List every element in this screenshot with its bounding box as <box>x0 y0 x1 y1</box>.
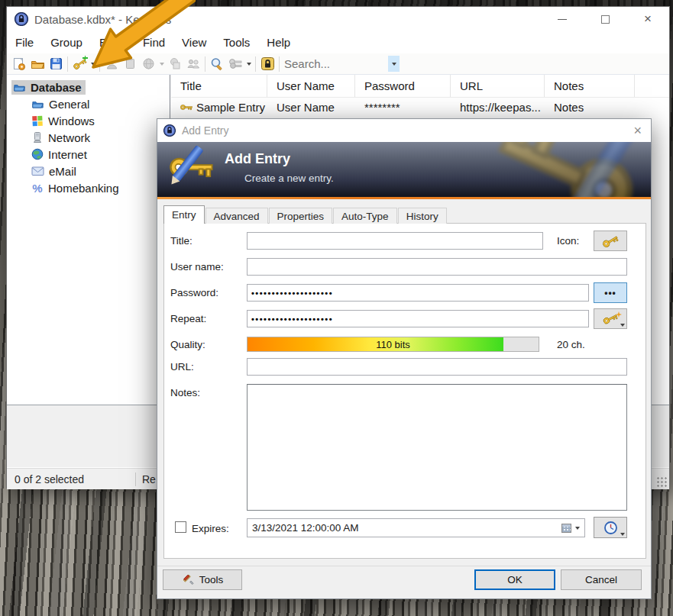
column-header-username[interactable]: User Name <box>267 75 355 97</box>
ok-button-label: OK <box>507 574 523 585</box>
tree-item-network[interactable]: Network <box>7 129 170 146</box>
generate-password-button[interactable] <box>594 308 627 329</box>
maximize-button[interactable] <box>584 7 626 31</box>
plus-badge-icon <box>83 56 88 61</box>
edit-entry-button[interactable] <box>102 55 121 73</box>
lock-workspace-button[interactable] <box>258 55 277 73</box>
column-header-title[interactable]: Title <box>171 75 267 97</box>
menu-group[interactable]: Group <box>42 33 91 52</box>
folder-icon <box>13 82 26 93</box>
envelope-icon <box>31 166 44 176</box>
add-entry-dropdown[interactable] <box>89 55 97 73</box>
show-password-button[interactable]: ••• <box>594 282 627 303</box>
dialog-separator <box>157 566 651 566</box>
tab-autotype[interactable]: Auto-Type <box>333 208 397 224</box>
tree-item-email[interactable]: eMail <box>7 163 170 179</box>
duplicate-entry-button[interactable] <box>121 55 139 73</box>
toolbar-separator <box>255 56 256 72</box>
banner-title: Add Entry <box>225 151 290 167</box>
tree-label: Network <box>48 131 90 144</box>
globe-icon <box>142 57 155 70</box>
main-titlebar[interactable]: Database.kdbx* - KeePass × <box>7 7 669 31</box>
title-input[interactable] <box>247 232 543 250</box>
notes-label: Notes: <box>170 387 200 398</box>
expires-date-value: 3/13/2021 12:00:00 AM <box>252 522 359 534</box>
copy-button[interactable] <box>166 55 184 73</box>
key-icon <box>600 231 620 250</box>
username-input[interactable] <box>247 258 627 276</box>
resize-grip[interactable] <box>657 477 668 488</box>
show-entries-button[interactable] <box>226 55 244 73</box>
icon-picker-button[interactable] <box>594 231 627 251</box>
password-label: Password: <box>170 287 218 298</box>
menu-entry[interactable]: Entry <box>91 33 134 52</box>
expires-date-field[interactable]: 3/13/2021 12:00:00 AM <box>247 518 585 537</box>
menu-find[interactable]: Find <box>134 33 173 52</box>
chevron-down-icon <box>91 63 95 66</box>
find-button[interactable] <box>208 55 226 73</box>
entry-url: https://keepas... <box>460 101 541 114</box>
tab-history[interactable]: History <box>398 208 447 224</box>
tree-item-database[interactable]: Database <box>7 79 170 95</box>
chevron-down-icon <box>620 324 625 327</box>
column-header-password[interactable]: Password <box>355 75 451 97</box>
notes-textarea[interactable] <box>247 384 627 511</box>
tree-item-homebanking[interactable]: % Homebanking <box>7 179 170 196</box>
entry-row-sample[interactable]: Sample Entry User Name ******** https://… <box>171 98 669 116</box>
banner-subtitle: Create a new entry. <box>244 173 334 184</box>
save-button[interactable] <box>47 55 65 73</box>
ok-button[interactable]: OK <box>474 569 555 590</box>
chevron-down-icon <box>160 63 164 66</box>
menu-help[interactable]: Help <box>258 33 299 52</box>
group-tree: Database General Windows <box>7 75 170 403</box>
open-folder-icon <box>31 57 45 71</box>
autotype-button[interactable] <box>184 55 202 73</box>
open-url-dropdown[interactable] <box>157 55 166 73</box>
open-database-button[interactable] <box>28 55 47 73</box>
toolbar-separator <box>99 56 100 72</box>
minimize-button[interactable] <box>541 7 584 31</box>
cancel-button-label: Cancel <box>585 574 617 585</box>
show-entries-dropdown[interactable] <box>244 55 253 73</box>
column-header-url[interactable]: URL <box>451 75 545 97</box>
cancel-button[interactable]: Cancel <box>561 569 642 590</box>
tab-advanced[interactable]: Advanced <box>205 208 268 224</box>
magnifier-icon <box>210 57 224 71</box>
repeat-label: Repeat: <box>170 313 206 324</box>
tree-item-general[interactable]: General <box>7 95 170 112</box>
chevron-down-icon <box>247 63 251 66</box>
column-header-notes[interactable]: Notes <box>545 75 635 97</box>
sparkle-icon <box>616 311 622 318</box>
tree-item-windows[interactable]: Windows <box>7 112 170 129</box>
chevron-down-icon <box>575 527 580 530</box>
new-database-button[interactable] <box>10 55 28 73</box>
expires-checkbox[interactable] <box>175 521 186 533</box>
tools-icon <box>182 573 195 586</box>
clipboard-key-icon <box>124 57 137 70</box>
expiry-presets-button[interactable] <box>594 517 627 538</box>
tree-item-internet[interactable]: Internet <box>7 146 170 163</box>
url-input[interactable] <box>247 358 627 376</box>
dialog-titlebar[interactable]: Add Entry × <box>157 119 651 142</box>
tab-entry[interactable]: Entry <box>163 205 205 224</box>
search-dropdown-button[interactable] <box>388 56 400 72</box>
add-entry-dialog: Add Entry × Add Entry Create a new entry… <box>157 118 652 599</box>
tab-properties[interactable]: Properties <box>269 208 333 224</box>
entry-title: Sample Entry <box>196 101 265 114</box>
open-url-button[interactable] <box>139 55 157 73</box>
entry-list-header: Title User Name Password URL Notes <box>171 75 669 98</box>
menu-file[interactable]: File <box>7 33 42 52</box>
add-entry-button[interactable] <box>70 55 89 73</box>
lock-icon <box>260 56 275 71</box>
tree-label: General <box>49 98 89 111</box>
quality-chars-text: 20 ch. <box>557 339 585 350</box>
tools-button[interactable]: Tools <box>163 569 242 590</box>
repeat-input[interactable] <box>247 310 589 327</box>
menu-view[interactable]: View <box>173 33 215 52</box>
close-button[interactable]: × <box>626 7 669 31</box>
tree-label: eMail <box>49 165 76 178</box>
dialog-close-button[interactable]: × <box>633 123 642 139</box>
password-input[interactable] <box>247 284 589 302</box>
search-input[interactable] <box>284 56 382 73</box>
menu-tools[interactable]: Tools <box>215 33 258 52</box>
